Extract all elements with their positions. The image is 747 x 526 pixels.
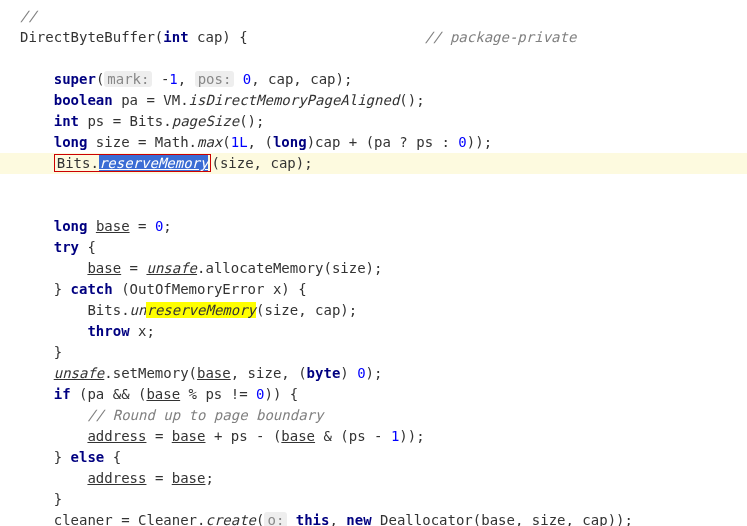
line-setmemory: unsafe.setMemory(base, size, (byte) 0); <box>54 365 383 381</box>
highlighted-line: Bits.reserveMemory(size, cap); <box>0 153 747 174</box>
line-pa: boolean pa = VM.isDirectMemoryPageAligne… <box>54 92 425 108</box>
selection-reserve-memory[interactable]: reserveMemory <box>99 155 209 171</box>
red-box: Bits.reserveMemory <box>54 154 212 172</box>
param-hint-pos: pos: <box>195 71 235 87</box>
line-base-decl: long base = 0; <box>54 218 172 234</box>
comment: // <box>20 8 37 24</box>
line-cleaner: cleaner = Cleaner.create(o: this, new De… <box>54 512 633 526</box>
line-unreserve: Bits.unreserveMemory(size, cap); <box>87 302 357 318</box>
line-catch: } catch (OutOfMemoryError x) { <box>54 281 307 297</box>
line-ps: int ps = Bits.pageSize(); <box>54 113 265 129</box>
line-throw: throw x; <box>87 323 154 339</box>
param-hint-o: o: <box>264 512 287 526</box>
line-close-if: } <box>54 491 62 507</box>
highlight-reserve-memory: reserveMemory <box>146 302 256 318</box>
line-allocate: base = unsafe.allocateMemory(size); <box>87 260 382 276</box>
line-address-2: address = base; <box>87 470 213 486</box>
line-if: if (pa && (base % ps != 0)) { <box>54 386 298 402</box>
line-super: super(mark: -1, pos: 0, cap, cap); <box>54 71 353 87</box>
code-block: // DirectByteBuffer(int cap) { // packag… <box>0 0 747 526</box>
line-address-1: address = base + ps - (base & (ps - 1)); <box>87 428 424 444</box>
line-else: } else { <box>54 449 121 465</box>
method-sig: DirectByteBuffer(int cap) { // package-p… <box>20 29 576 45</box>
line-try: try { <box>54 239 96 255</box>
param-hint-mark: mark: <box>104 71 152 87</box>
comment-roundup: // Round up to page boundary <box>87 407 323 423</box>
line-close-catch: } <box>54 344 62 360</box>
line-size: long size = Math.max(1L, (long)cap + (pa… <box>54 134 492 150</box>
